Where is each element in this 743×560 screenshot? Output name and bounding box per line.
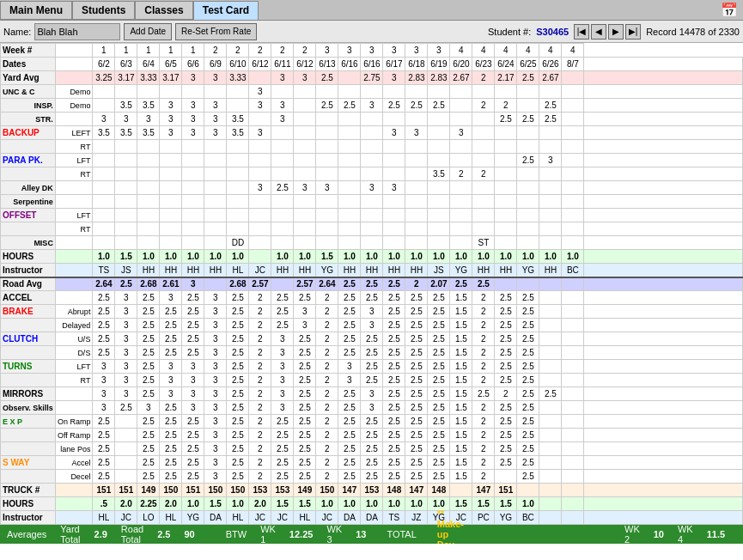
wk3-value: 13 — [356, 529, 366, 539]
misc-label: MISC — [1, 236, 56, 250]
wk4-value: 11.5 — [707, 529, 725, 539]
yard-instructor-row: Instructor TSJSHHHHHH HHHLJCHHHH YGHHHHH… — [1, 264, 743, 277]
student-label: Student #: — [488, 27, 531, 37]
road-avg-row: Road Avg 2.642.52.682.613 2.682.572.57 2… — [1, 277, 743, 291]
road-total-label: Road Total — [121, 524, 143, 544]
brake-abrupt-row: BRAKE Abrupt 2.532.52.52.5 32.522.53 22.… — [1, 305, 743, 319]
nav-next-button[interactable]: ▶ — [608, 24, 624, 40]
app-container: Main Menu Students Classes Test Card 📅 N… — [0, 0, 743, 544]
nav-last-button[interactable]: ▶| — [625, 24, 641, 40]
offset-rt-row: RT — [1, 222, 743, 236]
btw-label: BTW — [226, 529, 247, 539]
clutch-label: CLUTCH — [1, 332, 56, 346]
wk2-value: 10 — [654, 529, 664, 539]
serpentine-row: Serpentine — [1, 195, 743, 209]
para-label: PARA PK. — [1, 154, 56, 167]
truck-row: TRUCK # 151151149150151 150150153153149 … — [1, 484, 743, 497]
turns-label: TURNS — [1, 360, 56, 374]
week-row: Week # 11111 22222 333333 444444 — [1, 44, 743, 58]
yard-avg-label: Yard Avg — [1, 71, 56, 85]
observ-skills-label: Observ. Skills — [1, 401, 56, 415]
student-info: Student #: S30465 |◀ ◀ ▶ ▶| Record 14478… — [488, 24, 740, 40]
total-label: TOTAL — [387, 529, 416, 539]
accel-label: ACCEL — [1, 291, 56, 305]
serpentine-label: Serpentine — [1, 195, 56, 209]
road-instructor-label: Instructor — [1, 511, 56, 525]
wk3-label: WK 3 — [326, 524, 342, 544]
dates-row: Dates 6/26/36/46/56/6 6/96/106/126/116/1… — [1, 58, 743, 71]
observ-skills-row: Observ. Skills 32.532.53 32.5232.5 22.53… — [1, 401, 743, 415]
misc-row: MISC DD ST — [1, 236, 743, 250]
yard-hours-row: HOURS 1.01.51.01.01.0 1.01.01.01.0 1.51.… — [1, 250, 743, 264]
yard-total-value: 2.9 — [94, 529, 107, 539]
clutch-ds-row: D/S 2.532.52.52.5 32.5232.5 22.52.52.52.… — [1, 346, 743, 360]
tab-students[interactable]: Students — [72, 1, 135, 20]
sway-decel-row: Decel 2.52.52.52.5 32.522.52.5 22.52.52.… — [1, 470, 743, 484]
record-info: Record 14478 of 2330 — [646, 27, 740, 37]
wk1-label: WK 1 — [260, 524, 276, 544]
add-date-button[interactable]: Add Date — [124, 23, 172, 40]
road-total-value: 2.5 — [157, 529, 170, 539]
wk1-value: 12.25 — [289, 529, 314, 539]
main-data-area: Week # 11111 22222 333333 444444 Dates 6… — [0, 43, 743, 525]
nav-first-button[interactable]: |◀ — [574, 24, 589, 40]
exp-lane-pos-row: lane Pos 2.52.52.52.5 32.522.52.5 22.52.… — [1, 442, 743, 456]
name-label: Name: — [3, 27, 31, 37]
hours-label: HOURS — [1, 250, 56, 264]
brake-label: BRAKE — [1, 305, 56, 319]
nav-prev-button[interactable]: ◀ — [591, 24, 606, 40]
road-total2-value: 90 — [184, 529, 194, 539]
str-row: STR. 33333 33.53 2.52.52.5 — [1, 113, 743, 126]
road-avg-label: Road Avg — [1, 277, 56, 291]
tab-test-card[interactable]: Test Card — [193, 1, 259, 20]
exp-on-ramp-row: E X P On Ramp 2.52.52.52.5 32.522.52.5 2… — [1, 415, 743, 429]
exp-off-ramp-row: Off Ramp 2.52.52.52.5 32.522.52.5 22.52.… — [1, 429, 743, 442]
backup-label: BACKUP — [1, 126, 56, 140]
sway-label: S WAY — [1, 456, 56, 470]
mirrors-label: MIRRORS — [1, 387, 56, 401]
alley-dk-label: Alley DK — [1, 181, 56, 195]
offset-label: OFFSET — [1, 209, 56, 222]
backup-left-row: BACKUP LEFT 3.53.53.533 33.53 333 — [1, 126, 743, 140]
yard-table: Week # 11111 22222 333333 444444 Dates 6… — [0, 43, 743, 525]
truck-label: TRUCK # — [1, 484, 56, 497]
tab-classes[interactable]: Classes — [135, 1, 192, 20]
week-spacer — [55, 44, 93, 58]
unc-label: UNC & C — [1, 85, 56, 99]
nav-arrows: |◀ ◀ ▶ ▶| — [574, 24, 641, 40]
turns-rt-row: RT 332.533 32.5232.5 232.52.52.52.51.5 2… — [1, 374, 743, 387]
insp-label: INSP. — [1, 99, 56, 113]
tab-main-menu[interactable]: Main Menu — [0, 1, 72, 20]
wk2-label: WK 2 — [624, 524, 640, 544]
instructor-label: Instructor — [1, 264, 56, 277]
turns-lft-row: TURNS LFT 332.533 32.5232.5 232.52.52.52… — [1, 360, 743, 374]
exp-label: E X P — [1, 415, 56, 429]
yard-total-label: Yard Total — [60, 524, 80, 544]
calendar-icon: 📅 — [721, 2, 738, 18]
info-bar: Name: Add Date Re-Set From Rate Student … — [0, 21, 743, 43]
offset-lft-row: OFFSET LFT — [1, 209, 743, 222]
dates-label: Dates — [1, 58, 56, 71]
brake-delayed-row: Delayed 2.532.52.52.5 32.522.53 22.532.5… — [1, 319, 743, 332]
week-label: Week # — [1, 44, 56, 58]
top-nav: Main Menu Students Classes Test Card 📅 — [0, 0, 743, 21]
averages-label: Averages — [7, 529, 46, 539]
sway-accel-row: S WAY Accel 2.52.52.52.5 32.522.52.5 22.… — [1, 456, 743, 470]
road-hours-row: HOURS .52.02.252.01.0 1.51.02.01.51.5 1.… — [1, 497, 743, 511]
road-instructor-row: Instructor HLJCLOHLYG DAHLJCJCHL JCDADAT… — [1, 511, 743, 525]
yard-avg-row: Yard Avg 3.253.173.333.173 33.3333 2.52.… — [1, 71, 743, 85]
backup-rt-row: RT — [1, 140, 743, 154]
insp-row: INSP. Demo 3.53.533 333 2.52.532.52.52.5… — [1, 99, 743, 113]
road-hours-label: HOURS — [1, 497, 56, 511]
reset-rate-button[interactable]: Re-Set From Rate — [175, 23, 257, 40]
mirrors-row: MIRRORS 332.533 32.5232.5 22.532.52.52.5… — [1, 387, 743, 401]
student-number: S30465 — [536, 27, 569, 37]
str-label: STR. — [1, 113, 56, 126]
bottom-bar: Averages Yard Total 2.9 Road Total 2.5 9… — [0, 525, 743, 544]
name-input[interactable] — [34, 23, 120, 40]
alley-dk-row: Alley DK 32.53 333 — [1, 181, 743, 195]
para-rt-row: RT 3.52 2 — [1, 167, 743, 181]
accel-row: ACCEL 2.532.532.5 32.522.52.5 22.52.52.5… — [1, 291, 743, 305]
unc-row: UNC & C Demo 3 — [1, 85, 743, 99]
makeup-label: ** Make-up Day Avg — [437, 508, 464, 544]
